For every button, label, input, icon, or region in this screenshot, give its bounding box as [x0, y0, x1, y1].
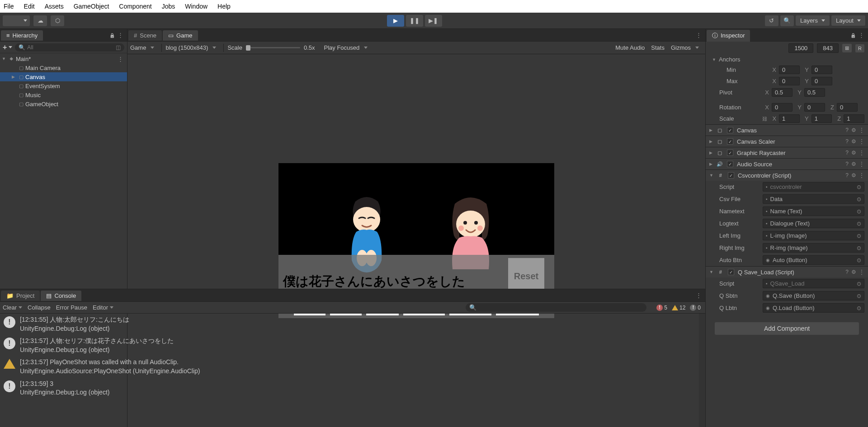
gizmos-dropdown[interactable]: Gizmos: [671, 44, 703, 51]
component-qsaveload[interactable]: ▼#✓Q Save_Load (Script) ?⚙: [706, 267, 868, 277]
object-field[interactable]: ▪Data⊙: [763, 194, 864, 204]
collapse-toggle[interactable]: Collapse: [28, 304, 51, 311]
object-field[interactable]: ▪L-img (Image)⊙: [763, 231, 864, 240]
hierarchy-search[interactable]: 🔍 All ◫: [15, 43, 124, 52]
hierarchy-item[interactable]: ▶▢Canvas: [0, 72, 127, 81]
tab-hierarchy[interactable]: ≡ Hierarchy: [1, 30, 43, 41]
log-entry[interactable]: ! [12:31:59] 3UnityEngine.Debug:Log (obj…: [0, 378, 699, 399]
help-icon[interactable]: ?: [845, 138, 849, 145]
hierarchy-item[interactable]: ▢GameObject: [0, 99, 127, 108]
scale-y[interactable]: 1: [811, 114, 832, 123]
anchor-preset-icon[interactable]: ⊞: [842, 44, 852, 52]
scene-row[interactable]: ▼⯁ Main*: [0, 54, 127, 63]
rotation-x[interactable]: 0: [772, 103, 793, 112]
package-icon[interactable]: ⬡: [51, 15, 64, 26]
account-dropdown[interactable]: [3, 15, 30, 26]
menu-help[interactable]: Help: [217, 3, 231, 10]
pause-button[interactable]: ❚❚: [406, 15, 423, 27]
error-count-badge[interactable]: !5: [655, 304, 669, 312]
width-field[interactable]: 1500: [788, 43, 813, 53]
object-field[interactable]: ▪Dialogue (Text)⊙: [763, 219, 864, 228]
mute-audio-toggle[interactable]: Mute Audio: [615, 44, 645, 51]
step-button[interactable]: ▶❚: [425, 15, 442, 27]
menu-assets[interactable]: Assets: [45, 3, 64, 10]
layout-dropdown[interactable]: Layout: [831, 15, 865, 26]
console-search[interactable]: 🔍: [466, 303, 646, 312]
error-pause-toggle[interactable]: Error Pause: [56, 304, 87, 311]
play-button[interactable]: ▶: [387, 15, 404, 27]
anchor-max-y[interactable]: 0: [811, 77, 832, 85]
info-count-badge[interactable]: !0: [688, 304, 703, 312]
scale-x[interactable]: 1: [779, 114, 800, 123]
editor-dropdown[interactable]: Editor: [93, 304, 113, 311]
create-dropdown[interactable]: +: [3, 43, 12, 52]
component-graphic-raycaster[interactable]: ▶▢✓Graphic Raycaster ?⚙: [706, 147, 868, 158]
tab-console[interactable]: ▤Console: [41, 291, 81, 301]
clear-button[interactable]: Clear: [3, 304, 22, 311]
rotation-y[interactable]: 0: [804, 103, 825, 112]
component-canvas-scaler[interactable]: ▶▢✓Canvas Scaler ?⚙: [706, 136, 868, 147]
layers-dropdown[interactable]: Layers: [796, 15, 830, 26]
lock-icon[interactable]: [850, 32, 856, 38]
rotation-z[interactable]: 0: [837, 103, 858, 112]
help-icon[interactable]: ?: [845, 161, 849, 167]
menu-jobs[interactable]: Jobs: [162, 3, 175, 10]
component-csvcontroler[interactable]: ▼#✓Csvcontroler (Script) ?⚙: [706, 170, 868, 181]
hierarchy-item[interactable]: ▢EventSystem: [0, 81, 127, 90]
preset-icon[interactable]: ⚙: [851, 161, 856, 167]
menu-file[interactable]: File: [4, 3, 14, 10]
preset-icon[interactable]: ⚙: [851, 150, 856, 156]
pivot-y[interactable]: 0.5: [804, 88, 825, 97]
menu-edit[interactable]: Edit: [24, 3, 35, 10]
menu-gameobject[interactable]: GameObject: [74, 3, 109, 10]
warning-count-badge[interactable]: 12: [670, 304, 687, 312]
preset-icon[interactable]: ⚙: [851, 269, 856, 275]
object-field[interactable]: ◉Q.Save (Button)⊙: [763, 291, 864, 300]
scale-slider[interactable]: [246, 47, 300, 48]
component-canvas[interactable]: ▶▢✓Canvas ?⚙: [706, 125, 868, 136]
blueprint-mode-icon[interactable]: R: [855, 44, 864, 52]
help-icon[interactable]: ?: [845, 150, 849, 156]
height-field[interactable]: 843: [817, 43, 839, 53]
menu-window[interactable]: Window: [185, 3, 208, 10]
constrain-icon[interactable]: ⛓: [762, 116, 767, 122]
tab-project[interactable]: 📁Project: [1, 291, 40, 301]
anchor-min-y[interactable]: 0: [811, 66, 832, 74]
hierarchy-item[interactable]: ▢Main Camera: [0, 63, 127, 72]
object-field[interactable]: ▪Name (Text)⊙: [763, 206, 864, 216]
anchor-min-x[interactable]: 0: [779, 66, 800, 74]
lock-icon[interactable]: [109, 32, 115, 38]
display-dropdown[interactable]: Game: [130, 44, 158, 51]
log-entry[interactable]: ! [12:31:57] 人物:セリフ:僕は花子さんにあいさつをしたUnityE…: [0, 335, 699, 356]
panel-menu-icon[interactable]: [696, 32, 702, 38]
play-focused-dropdown[interactable]: Play Focused: [324, 44, 371, 51]
menu-component[interactable]: Component: [119, 3, 151, 10]
panel-menu-icon[interactable]: [859, 32, 864, 38]
help-icon[interactable]: ?: [845, 127, 849, 133]
scrollbar[interactable]: [699, 314, 705, 427]
help-icon[interactable]: ?: [845, 172, 849, 178]
log-entry[interactable]: ! [12:31:55] 人物:太郎セリフ:こんにちはUnityEngine.D…: [0, 314, 699, 335]
aspect-dropdown[interactable]: blog (1500x843): [165, 44, 220, 51]
tab-inspector[interactable]: ⓘInspector: [707, 30, 750, 42]
panel-menu-icon[interactable]: [118, 32, 123, 38]
cloud-icon[interactable]: ☁: [33, 15, 47, 26]
search-by-type-icon[interactable]: ◫: [116, 44, 121, 51]
anchor-max-x[interactable]: 0: [779, 77, 800, 85]
pivot-x[interactable]: 0.5: [772, 88, 793, 97]
object-field[interactable]: ▪R-img (Image)⊙: [763, 243, 864, 253]
stats-toggle[interactable]: Stats: [651, 44, 665, 51]
preset-icon[interactable]: ⚙: [851, 172, 856, 178]
anchors-foldout[interactable]: ▼Anchors: [706, 55, 868, 64]
tab-scene[interactable]: #Scene: [128, 30, 162, 41]
scale-z[interactable]: 1: [844, 114, 864, 123]
search-icon[interactable]: 🔍: [780, 15, 794, 26]
tab-game[interactable]: ▭Game: [163, 30, 198, 41]
preset-icon[interactable]: ⚙: [851, 127, 856, 133]
log-entry[interactable]: [12:31:57] PlayOneShot was called with a…: [0, 356, 699, 377]
add-component-button[interactable]: Add Component: [715, 322, 859, 335]
undo-history-icon[interactable]: ↺: [765, 15, 778, 26]
panel-menu-icon[interactable]: [696, 292, 702, 299]
hierarchy-item[interactable]: ▢Music: [0, 90, 127, 99]
object-field[interactable]: ◉Q.Load (Button)⊙: [763, 303, 864, 313]
